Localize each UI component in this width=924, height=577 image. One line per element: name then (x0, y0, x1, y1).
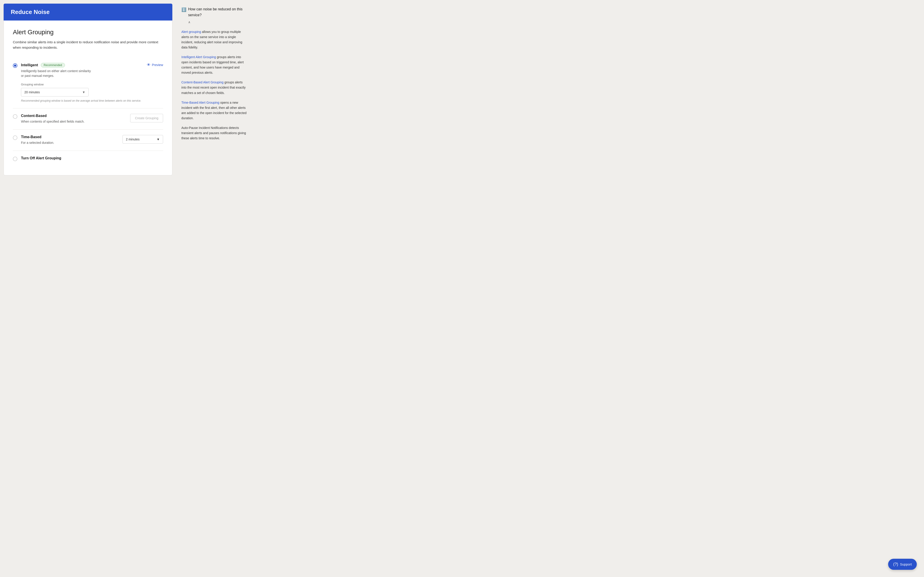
help-block-1: Intelligent Alert Grouping groups alerts… (181, 55, 247, 75)
time-based-alert-grouping-link[interactable]: Time-Based Alert Grouping (181, 101, 219, 104)
time-based-option-header: Time-Based (21, 135, 119, 139)
help-question-text: How can noise be reduced on this service… (188, 6, 247, 25)
create-grouping-button[interactable]: Create Grouping (130, 114, 163, 122)
help-text-4: Auto-Pause Incident Notifications detect… (181, 126, 246, 140)
content-based-option-content: Content-Based When contents of specified… (21, 114, 126, 124)
time-based-option-desc: For a selected duration. (21, 140, 119, 145)
grouping-hint: Recommended grouping window is based on … (21, 99, 143, 103)
section-title: Alert Grouping (13, 29, 163, 36)
grouping-window-value: 20 minutes (24, 90, 40, 94)
list-item: Content-Based When contents of specified… (13, 108, 163, 130)
chevron-up-icon[interactable]: ∧ (188, 19, 191, 24)
help-block-0: Alert grouping allows you to group multi… (181, 29, 247, 50)
turn-off-option-name: Turn Off Alert Grouping (21, 156, 61, 160)
time-value: 2 minutes (126, 137, 140, 141)
page-header: Reduce Noise (3, 3, 172, 21)
support-label: Support (900, 562, 912, 566)
list-item: Turn Off Alert Grouping (13, 151, 163, 167)
list-item: Time-Based For a selected duration. 2 mi… (13, 130, 163, 151)
alert-grouping-link[interactable]: Alert grouping (181, 30, 201, 34)
turn-off-option-content: Turn Off Alert Grouping (21, 156, 163, 161)
create-grouping-action: Create Grouping (130, 114, 163, 122)
radio-content-based[interactable] (13, 114, 17, 119)
grouping-window-label: Grouping window (21, 83, 143, 86)
eye-icon: 👁 (147, 63, 150, 67)
time-based-select[interactable]: 2 minutes ▼ (123, 135, 163, 143)
info-icon: ℹ️ (181, 6, 186, 13)
help-block-3: Time-Based Alert Grouping opens a new in… (181, 100, 247, 121)
right-sidebar: ℹ️ How can noise be reduced on this serv… (176, 0, 253, 577)
option-list: Intelligent Recommended Intelligently ba… (13, 58, 163, 167)
intelligent-alert-grouping-link[interactable]: Intelligent Alert Grouping (181, 55, 216, 59)
support-button[interactable]: (?) Support (888, 559, 917, 570)
time-based-option-name: Time-Based (21, 135, 41, 139)
radio-turn-off[interactable] (13, 156, 17, 161)
turn-off-option-header: Turn Off Alert Grouping (21, 156, 163, 160)
grouping-window-select[interactable]: 20 minutes ▼ (21, 88, 89, 97)
help-section: ℹ️ How can noise be reduced on this serv… (181, 6, 247, 141)
intelligent-option-desc: Intelligently based on either alert cont… (21, 69, 143, 78)
content-based-option-name: Content-Based (21, 114, 47, 118)
grouping-window-section: Grouping window 20 minutes ▼ Recommended… (21, 83, 143, 103)
help-block-4: Auto-Pause Incident Notifications detect… (181, 125, 247, 141)
help-question: ℹ️ How can noise be reduced on this serv… (181, 6, 247, 25)
page-title: Reduce Noise (11, 8, 165, 16)
chevron-down-icon: ▼ (82, 90, 85, 94)
content-based-option-desc: When contents of specified alert fields … (21, 119, 126, 124)
preview-link[interactable]: 👁 Preview (147, 63, 163, 67)
time-select-action: 2 minutes ▼ (123, 135, 163, 143)
help-block-2: Content-Based Alert Grouping groups aler… (181, 80, 247, 95)
intelligent-option-content: Intelligent Recommended Intelligently ba… (21, 63, 143, 103)
intelligent-option-name: Intelligent (21, 63, 38, 67)
content-based-alert-grouping-link[interactable]: Content-Based Alert Grouping (181, 81, 224, 84)
chevron-down-icon: ▼ (157, 137, 160, 141)
main-panel: Reduce Noise Alert Grouping Combine simi… (0, 0, 176, 577)
preview-action: 👁 Preview (147, 63, 163, 67)
time-based-option-content: Time-Based For a selected duration. (21, 135, 119, 145)
list-item: Intelligent Recommended Intelligently ba… (13, 58, 163, 108)
radio-time-based[interactable] (13, 135, 17, 140)
content-card: Alert Grouping Combine similar alerts in… (3, 21, 172, 176)
intelligent-option-header: Intelligent Recommended (21, 63, 143, 68)
radio-intelligent[interactable] (13, 63, 17, 68)
recommended-badge: Recommended (41, 63, 65, 68)
section-desc: Combine similar alerts into a single inc… (13, 39, 163, 50)
content-based-option-header: Content-Based (21, 114, 126, 118)
support-icon: (?) (893, 562, 898, 567)
